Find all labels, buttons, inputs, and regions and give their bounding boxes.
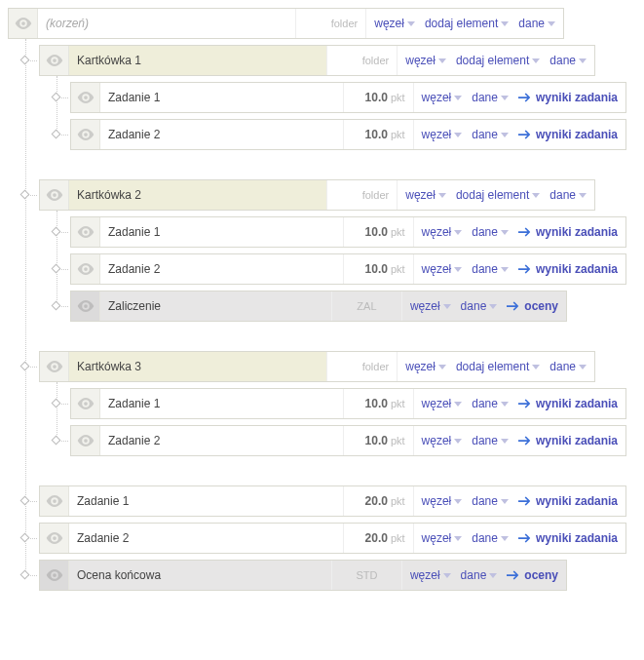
eye-cell[interactable] <box>71 426 100 455</box>
dane-dropdown[interactable]: dane <box>472 128 509 141</box>
node-handle[interactable] <box>52 130 61 139</box>
eye-cell[interactable] <box>71 291 100 321</box>
eye-icon <box>77 92 95 103</box>
node-label: (korzeń) <box>38 9 296 38</box>
chevron-down-icon <box>501 536 509 541</box>
dane-dropdown[interactable]: dane <box>472 531 509 545</box>
eye-cell[interactable] <box>71 217 100 247</box>
eye-cell[interactable] <box>40 561 69 590</box>
node-handle[interactable] <box>52 93 61 102</box>
wezel-dropdown[interactable]: węzeł <box>422 262 463 276</box>
node-label: Zadanie 2 <box>100 120 344 149</box>
eye-cell[interactable] <box>71 389 100 418</box>
node-handle[interactable] <box>52 399 61 408</box>
dodaj-dropdown[interactable]: dodaj element <box>456 360 540 373</box>
eye-cell[interactable] <box>71 254 100 284</box>
zaliczenie-row: Zaliczenie ZAL węzeł dane oceny <box>70 291 567 322</box>
task-row: Zadanie 1 10.0pkt węzeł dane wyniki zada… <box>70 82 626 113</box>
actions: węzeł dane wyniki zadania <box>414 524 625 553</box>
actions: węzeł dane wyniki zadania <box>414 83 625 112</box>
dane-dropdown[interactable]: dane <box>472 434 509 447</box>
node-label: Zaliczenie <box>100 291 332 321</box>
node-handle[interactable] <box>52 264 61 274</box>
node-handle[interactable] <box>52 436 61 446</box>
wezel-dropdown[interactable]: węzeł <box>422 397 463 410</box>
wyniki-link[interactable]: wyniki zadania <box>518 531 618 545</box>
wezel-dropdown[interactable]: węzeł <box>422 225 463 239</box>
wezel-dropdown[interactable]: węzeł <box>410 568 451 582</box>
dane-dropdown[interactable]: dane <box>518 17 555 30</box>
wyniki-link[interactable]: wyniki zadania <box>518 128 618 141</box>
wyniki-link[interactable]: wyniki zadania <box>518 494 618 508</box>
arrow-right-icon <box>518 93 532 102</box>
eye-cell[interactable] <box>40 180 69 210</box>
points: 20.0pkt <box>344 524 414 553</box>
eye-icon <box>46 189 63 201</box>
node-handle[interactable] <box>20 496 30 506</box>
eye-cell[interactable] <box>40 486 69 516</box>
node-handle[interactable] <box>20 570 30 580</box>
eye-cell[interactable] <box>40 352 69 381</box>
dane-dropdown[interactable]: dane <box>472 91 509 104</box>
eye-cell[interactable] <box>40 46 69 75</box>
wezel-dropdown[interactable]: węzeł <box>422 128 463 141</box>
wezel-dropdown[interactable]: węzeł <box>405 188 446 202</box>
wezel-dropdown[interactable]: węzeł <box>405 360 446 373</box>
meta-label: folder <box>327 46 398 75</box>
wezel-dropdown[interactable]: węzeł <box>422 531 463 545</box>
oceny-link[interactable]: oceny <box>507 299 558 313</box>
node-handle[interactable] <box>20 362 30 371</box>
oceny-link[interactable]: oceny <box>507 568 558 582</box>
eye-icon <box>77 129 95 140</box>
eye-cell[interactable] <box>9 9 38 38</box>
node-handle[interactable] <box>52 301 61 311</box>
arrow-right-icon <box>518 264 532 274</box>
node-handle[interactable] <box>20 56 30 65</box>
actions: węzeł dodaj element dane <box>398 180 594 210</box>
dane-dropdown[interactable]: dane <box>461 568 498 582</box>
dodaj-dropdown[interactable]: dodaj element <box>456 188 540 202</box>
dodaj-dropdown[interactable]: dodaj element <box>456 54 540 67</box>
dane-dropdown[interactable]: dane <box>549 360 587 373</box>
wyniki-link[interactable]: wyniki zadania <box>518 397 618 410</box>
eye-icon <box>46 361 63 372</box>
folder-row: Kartkówka 3 folder węzeł dodaj element d… <box>39 351 595 382</box>
wezel-dropdown[interactable]: węzeł <box>410 299 451 313</box>
wezel-dropdown[interactable]: węzeł <box>422 494 463 508</box>
chevron-down-icon <box>501 21 509 26</box>
actions: węzeł dodaj element dane <box>398 46 594 75</box>
node-handle[interactable] <box>52 227 61 237</box>
task-row: Zadanie 1 10.0pkt węzeł dane wyniki zada… <box>70 216 626 248</box>
wyniki-link[interactable]: wyniki zadania <box>518 434 618 447</box>
node-handle[interactable] <box>20 533 30 543</box>
dane-dropdown[interactable]: dane <box>472 397 509 410</box>
dane-dropdown[interactable]: dane <box>549 54 587 67</box>
meta-label: folder <box>327 180 398 210</box>
wezel-dropdown[interactable]: węzeł <box>405 54 446 67</box>
dane-dropdown[interactable]: dane <box>472 262 509 276</box>
dane-dropdown[interactable]: dane <box>549 188 587 202</box>
eye-cell[interactable] <box>40 524 69 553</box>
chevron-down-icon <box>579 365 587 369</box>
wezel-dropdown[interactable]: węzeł <box>374 17 415 30</box>
chevron-down-icon <box>438 365 446 369</box>
wezel-dropdown[interactable]: węzeł <box>422 434 463 447</box>
wyniki-link[interactable]: wyniki zadania <box>518 91 618 104</box>
node-label: Kartkówka 2 <box>69 180 327 210</box>
points: 10.0pkt <box>344 217 414 247</box>
eye-icon <box>77 263 95 275</box>
node-handle[interactable] <box>20 190 30 200</box>
eye-cell[interactable] <box>71 83 100 112</box>
chevron-down-icon <box>548 21 555 26</box>
dane-dropdown[interactable]: dane <box>472 494 509 508</box>
dodaj-dropdown[interactable]: dodaj element <box>425 17 509 30</box>
wyniki-link[interactable]: wyniki zadania <box>518 225 618 239</box>
wyniki-link[interactable]: wyniki zadania <box>518 262 618 276</box>
chevron-down-icon <box>454 133 462 137</box>
dane-dropdown[interactable]: dane <box>461 299 498 313</box>
eye-cell[interactable] <box>71 120 100 149</box>
dane-dropdown[interactable]: dane <box>472 225 509 239</box>
chevron-down-icon <box>454 439 462 444</box>
arrow-right-icon <box>518 533 532 543</box>
wezel-dropdown[interactable]: węzeł <box>422 91 463 104</box>
